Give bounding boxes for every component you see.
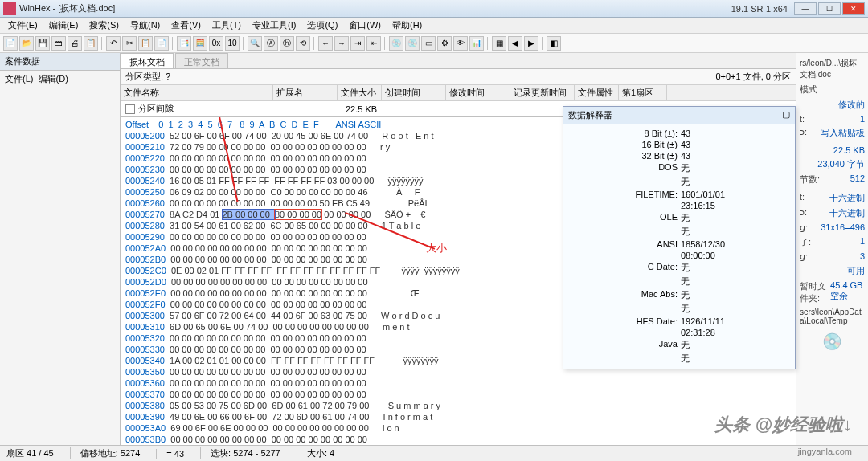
menu-window[interactable]: 窗口(W)	[344, 18, 386, 33]
col-mtime[interactable]: 修改时间	[446, 85, 510, 100]
watermark-url: jingyanla.com	[798, 447, 852, 456]
tool-calc-icon[interactable]: 🧮	[193, 36, 207, 51]
tool-new-icon[interactable]: 📄	[3, 36, 18, 51]
menu-file[interactable]: 文件(E)	[3, 18, 43, 33]
left-file[interactable]: 文件(L)	[5, 74, 33, 84]
tool-copy-icon[interactable]: 📋	[138, 36, 153, 51]
tool-gear-icon[interactable]: ⚙	[437, 36, 452, 51]
interpreter-row: Java无	[570, 338, 788, 352]
col-sec[interactable]: 第1扇区	[619, 85, 667, 100]
interpreter-row: 无	[570, 175, 788, 189]
interpreter-row: OLE无	[570, 211, 788, 225]
tool-undo-icon[interactable]: ↶	[106, 36, 121, 51]
interpreter-row: FILETIME:1601/01/01	[570, 189, 788, 200]
disk-icon: 💿	[822, 332, 842, 350]
col-rtime[interactable]: 记录更新时间	[510, 85, 575, 100]
interpreter-row: 23:16:15	[570, 200, 788, 211]
data-interpreter[interactable]: 数据解释器 ▢ 8 Bit (±):4316 Bit (±)4332 Bit (…	[563, 106, 796, 369]
tool-findtxt-icon[interactable]: ⓗ	[280, 36, 294, 51]
menu-options[interactable]: 选项(Q)	[302, 18, 342, 33]
right-row: ɡ:31x16=496	[800, 221, 865, 235]
status-size: 4	[330, 448, 334, 458]
tool-replace-icon[interactable]: ⟲	[296, 36, 310, 51]
hex-row[interactable]: 000053B0 00 00 00 00 00 00 00 00 00 00 0…	[125, 434, 791, 445]
tool-goback-icon[interactable]: ⇤	[366, 36, 381, 51]
tool-view2-icon[interactable]: 📊	[469, 36, 484, 51]
interpreter-row: Mac Abs:无	[570, 288, 788, 302]
status-offset: 5274	[121, 448, 140, 458]
tool-mark-icon[interactable]: ◀	[508, 36, 522, 51]
status-sel-lbl: 选块:	[211, 448, 231, 458]
menu-nav[interactable]: 导航(N)	[125, 18, 165, 33]
tab-normal[interactable]: 正常文档	[175, 53, 228, 68]
tool-ram-icon[interactable]: ▭	[421, 36, 436, 51]
menu-pro[interactable]: 专业工具(I)	[248, 18, 301, 33]
tool-save-icon[interactable]: 💾	[35, 36, 50, 51]
window-title: WinHex - [损坏文档.doc]	[19, 2, 731, 14]
menu-edit[interactable]: 编辑(E)	[44, 18, 84, 33]
tool-open-icon[interactable]: 📂	[19, 36, 34, 51]
col-name[interactable]: 文件名称	[121, 85, 273, 100]
version-label: 19.1 SR-1 x64	[731, 4, 788, 14]
hex-row[interactable]: 00005380 05 00 53 00 75 00 6D 00 6D 00 6…	[125, 400, 791, 411]
watermark: 头条 @妙经验啦↓	[714, 413, 852, 437]
tab-damaged[interactable]: 损坏文档	[121, 53, 174, 68]
menu-search[interactable]: 搜索(S)	[84, 18, 124, 33]
interpreter-row: DOS无	[570, 161, 788, 175]
tool-goto-icon[interactable]: ⇥	[350, 36, 365, 51]
right-row: 可用	[800, 263, 865, 279]
tool-fwd-icon[interactable]: →	[334, 36, 349, 51]
interpreter-row: 8 Bit (±):43	[570, 128, 788, 139]
menu-view[interactable]: 查看(V)	[166, 18, 206, 33]
interpreter-title: 数据解释器	[568, 109, 612, 121]
tool-find-icon[interactable]: 🔍	[248, 36, 262, 51]
menu-tools[interactable]: 工具(T)	[207, 18, 246, 33]
app-icon	[3, 2, 16, 15]
col-size[interactable]: 文件大小	[338, 85, 382, 100]
col-attr[interactable]: 文件属性	[575, 85, 619, 100]
interpreter-row: 32 Bit (±)43	[570, 150, 788, 161]
tool-disk-icon[interactable]: 💿	[389, 36, 403, 51]
col-ctime[interactable]: 创建时间	[382, 85, 446, 100]
interpreter-row: 无	[570, 302, 788, 316]
minimize-button[interactable]: —	[794, 2, 817, 15]
tool-cut-icon[interactable]: ✂	[122, 36, 137, 51]
partition-type: 分区类型: ?	[125, 71, 170, 83]
tool-findhex-icon[interactable]: Ⓐ	[264, 36, 278, 51]
toolbar: 📄 📂 💾 🗃 🖨 📋 ↶ ✂ 📋 📄 📑 🧮 0x 10 🔍 Ⓐ ⓗ ⟲ ← …	[0, 34, 868, 53]
tool-print-icon[interactable]: 🖨	[68, 36, 82, 51]
tool-mark2-icon[interactable]: ▶	[524, 36, 538, 51]
annotation-size: 大小	[426, 243, 447, 254]
tool-back-icon[interactable]: ←	[318, 36, 333, 51]
left-edit[interactable]: 编辑(D)	[39, 74, 68, 84]
tool-paste-icon[interactable]: 📄	[154, 36, 169, 51]
tool-props-icon[interactable]: 📋	[84, 36, 98, 51]
file-icon	[125, 104, 135, 114]
tool-saveall-icon[interactable]: 🗃	[51, 36, 66, 51]
status-eq: = 43	[156, 449, 184, 459]
close-button[interactable]: ✕	[842, 2, 865, 15]
interpreter-close-icon[interactable]: ▢	[782, 109, 790, 121]
right-path-bot: sers\leon\AppData\Local\Temp	[800, 306, 865, 327]
right-row: ɔ:写入粘贴板	[800, 125, 865, 141]
hex-row[interactable]: 000053A0 69 00 6F 00 6E 00 00 00 00 00 0…	[125, 422, 791, 434]
right-row: t:十六进制	[800, 190, 865, 206]
right-row: t:1	[800, 112, 865, 125]
interpreter-row: 无	[570, 225, 788, 239]
tool-disk2-icon[interactable]: 💿	[405, 36, 420, 51]
right-row: ɡ:3	[800, 250, 865, 263]
tool-clipboard-icon[interactable]: 📑	[177, 36, 191, 51]
hex-row[interactable]: 00005370 00 00 00 00 00 00 00 00 00 00 0…	[125, 389, 791, 400]
col-ext[interactable]: 扩展名	[273, 85, 338, 100]
tool-hex-icon[interactable]: 0x	[209, 36, 223, 51]
maximize-button[interactable]: ☐	[818, 2, 841, 15]
tool-eraser-icon[interactable]: ◧	[547, 36, 561, 51]
menu-help[interactable]: 帮助(H)	[387, 18, 427, 33]
hex-row[interactable]: 00005390 49 00 6E 00 66 00 6F 00 72 00 6…	[125, 411, 791, 422]
tool-view-icon[interactable]: 👁	[453, 36, 468, 51]
tool-block-icon[interactable]: ▦	[492, 36, 506, 51]
tool-bin-icon[interactable]: 10	[225, 36, 240, 51]
interpreter-row: 无	[570, 352, 788, 365]
hex-row[interactable]: 00005360 00 00 00 00 00 00 00 00 00 00 0…	[125, 377, 791, 389]
status-sel: 5274 - 5277	[233, 448, 280, 458]
